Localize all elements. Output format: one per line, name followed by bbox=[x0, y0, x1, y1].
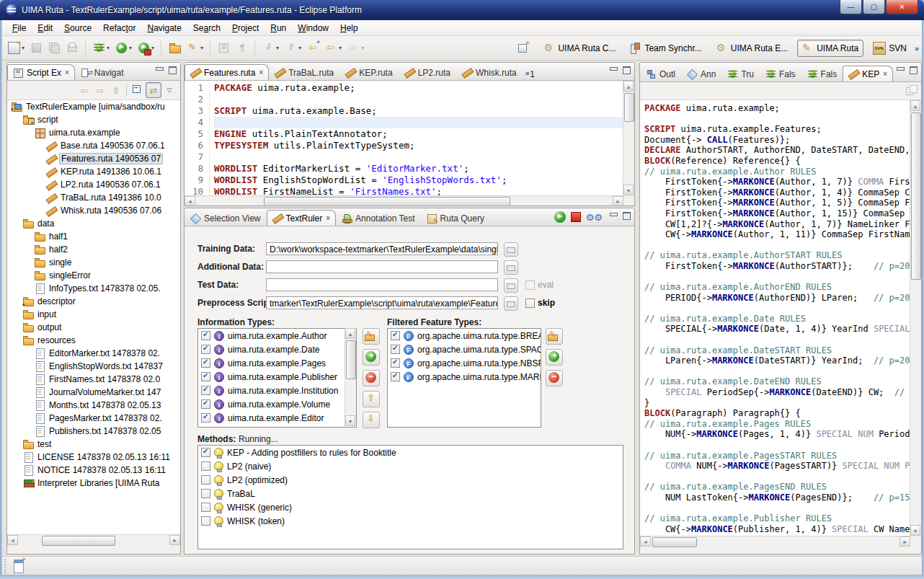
menu-refactor[interactable]: Refactor bbox=[97, 22, 141, 35]
move-down-button[interactable] bbox=[363, 412, 380, 428]
run-config-button[interactable]: ▾ bbox=[136, 40, 156, 56]
tree-item-infotypes-txt[interactable]: InfoTypes.txt 1478378 02.05. bbox=[7, 282, 180, 295]
scroll-up-icon[interactable]: ▴ bbox=[623, 81, 634, 92]
tab-fals[interactable]: Fals bbox=[760, 66, 801, 81]
scroll-thumb[interactable] bbox=[346, 340, 356, 379]
scroll-down-icon[interactable]: ▾ bbox=[910, 525, 920, 536]
tree-item-resources[interactable]: resources bbox=[7, 334, 180, 347]
kep-vscrollbar[interactable]: ▴ ▾ bbox=[910, 100, 921, 536]
menu-edit[interactable]: Edit bbox=[32, 22, 58, 35]
menu-project[interactable]: Project bbox=[226, 22, 265, 35]
tree-item-script[interactable]: *script bbox=[7, 113, 180, 126]
dropdown-arrow-icon[interactable]: ▾ bbox=[22, 45, 25, 51]
minimize-window-button[interactable]: — bbox=[840, 0, 862, 14]
tree-item-firstnames-txt[interactable]: FirstNames.txt 1478378 02.0 bbox=[7, 373, 180, 386]
dropdown-arrow-icon[interactable]: ▾ bbox=[339, 45, 342, 51]
scroll-left-icon[interactable]: ◂ bbox=[640, 536, 651, 547]
editor-tab-overflow[interactable]: » 1 bbox=[523, 68, 538, 80]
tree-item-output[interactable]: output bbox=[7, 321, 180, 334]
skip-checkbox[interactable] bbox=[525, 299, 535, 308]
minimize-icon[interactable] bbox=[154, 66, 164, 74]
browse-test-button[interactable] bbox=[504, 278, 518, 293]
back-button[interactable]: ▾ bbox=[323, 40, 344, 56]
edit-types-button[interactable] bbox=[363, 328, 380, 345]
list-item-uima-ruta-example-volume[interactable]: Iuima.ruta.example.Volume bbox=[198, 397, 356, 411]
scroll-right-icon[interactable]: ▸ bbox=[899, 536, 910, 547]
scroll-left-icon[interactable]: ◂ bbox=[185, 196, 195, 206]
perspective-svn[interactable]: SVN bbox=[868, 39, 912, 58]
list-item-uima-ruta-example-editor[interactable]: Iuima.ruta.example.Editor bbox=[198, 411, 356, 425]
tree-item-pagesmarker-txt[interactable]: PagesMarker.txt 1478378 02. bbox=[7, 412, 180, 425]
list-item-uima-ruta-example-pages[interactable]: Iuima.ruta.example.Pages bbox=[198, 356, 356, 370]
close-icon[interactable]: × bbox=[65, 68, 69, 76]
checkbox[interactable] bbox=[201, 413, 210, 423]
collapse-all-icon[interactable] bbox=[130, 82, 146, 98]
move-up-button[interactable] bbox=[363, 391, 380, 407]
tree-item-months-txt[interactable]: Months.txt 1478378 02.05.13 bbox=[7, 399, 180, 412]
maximize-icon[interactable] bbox=[621, 66, 631, 74]
settings-gears-icon[interactable]: ⚙⚙ bbox=[586, 212, 603, 223]
scroll-thumb[interactable] bbox=[911, 112, 921, 280]
information-types-list[interactable]: Iuima.ruta.example.AuthorIuima.ruta.exam… bbox=[197, 328, 357, 428]
tree-item-lp2-ruta[interactable]: LP2.ruta 1490536 07.06.1 bbox=[7, 178, 180, 191]
tree-item-uima-ruta-example[interactable]: uima.ruta.example bbox=[7, 126, 180, 139]
scroll-right-icon[interactable]: ▸ bbox=[169, 535, 180, 545]
tab-trabal-ruta[interactable]: TraBaL.ruta bbox=[269, 64, 339, 80]
editor-hscrollbar[interactable]: ◂ ▸ bbox=[185, 195, 623, 206]
checkbox[interactable] bbox=[201, 331, 210, 340]
tree-item-base-ruta[interactable]: Base.ruta 1490536 07.06.1 bbox=[7, 139, 180, 152]
highlighter-button[interactable]: ▾ bbox=[185, 40, 205, 56]
list-item-whisk-token[interactable]: WHISK (token) bbox=[198, 514, 623, 528]
dropdown-arrow-icon[interactable]: ▾ bbox=[298, 45, 301, 51]
test-data-input[interactable] bbox=[266, 278, 498, 291]
tab-lp2-ruta[interactable]: LP2.ruta bbox=[399, 64, 456, 80]
scroll-thumb[interactable] bbox=[42, 536, 115, 546]
list-item-uima-ruta-example-institution[interactable]: Iuima.ruta.example.Institution bbox=[198, 384, 356, 397]
additional-data-input[interactable] bbox=[266, 260, 498, 273]
tab-fals[interactable]: Fals bbox=[801, 66, 843, 81]
minimize-icon[interactable] bbox=[608, 66, 618, 74]
tab-annotation-test[interactable]: Annotation Test bbox=[336, 210, 421, 226]
browse-additional-button[interactable] bbox=[504, 260, 518, 275]
list-item-org-apache-uima-ruta-type-markup[interactable]: Forg.apache.uima.ruta.type.MARKUP bbox=[388, 370, 541, 384]
menu-window[interactable]: Window bbox=[292, 22, 334, 35]
tab-textruler[interactable]: TextRuler× bbox=[267, 210, 337, 226]
scroll-down-icon[interactable]: ▾ bbox=[623, 185, 634, 195]
menu-file[interactable]: File bbox=[6, 22, 32, 35]
perspective-uima-ruta[interactable]: UIMA Ruta bbox=[797, 40, 863, 57]
perspective-uima-ruta-c[interactable]: UIMA Ruta C... bbox=[538, 40, 621, 57]
info-list-vscrollbar[interactable]: ▴ ▾ bbox=[345, 328, 356, 426]
menu-search[interactable]: Search bbox=[187, 22, 226, 35]
add-type-button[interactable] bbox=[363, 349, 380, 366]
checkbox[interactable] bbox=[201, 372, 210, 381]
maximize-icon[interactable] bbox=[908, 66, 918, 74]
forward-icon[interactable] bbox=[92, 82, 108, 98]
tree-item-notice[interactable]: NOTICE 1478378 02.05.13 16:11 bbox=[7, 464, 180, 477]
checkbox[interactable] bbox=[201, 448, 210, 457]
scroll-thumb[interactable] bbox=[652, 537, 697, 547]
tree-item-license[interactable]: LICENSE 1478378 02.05.13 16:11 bbox=[7, 451, 180, 464]
scroll-left-icon[interactable]: ◂ bbox=[7, 535, 18, 545]
list-item-org-apache-uima-ruta-type-break[interactable]: Forg.apache.uima.ruta.type.BREAK bbox=[388, 329, 541, 342]
list-item-org-apache-uima-ruta-type-space[interactable]: Forg.apache.uima.ruta.type.SPACE bbox=[388, 342, 541, 356]
tree-item-half2[interactable]: half2 bbox=[7, 243, 180, 256]
checkbox[interactable] bbox=[201, 386, 210, 395]
remove-filtered-button[interactable] bbox=[546, 370, 563, 386]
tree-item-kep-ruta[interactable]: KEP.ruta 1491386 10.06.1 bbox=[7, 165, 180, 178]
last-edit-button[interactable] bbox=[305, 40, 321, 56]
new-wizard-button[interactable]: ▾ bbox=[6, 40, 27, 56]
tree-item-journalvolumemarker-txt[interactable]: JournalVolumeMarker.txt 147 bbox=[7, 386, 180, 399]
perspective-uima-ruta-e[interactable]: UIMA Ruta E... bbox=[711, 40, 793, 57]
list-item-org-apache-uima-ruta-type-nbsp[interactable]: Forg.apache.uima.ruta.type.NBSP bbox=[388, 356, 541, 370]
stop-learning-icon[interactable] bbox=[571, 212, 581, 222]
checkbox[interactable] bbox=[201, 461, 210, 471]
copy-icon[interactable] bbox=[905, 84, 917, 96]
list-item-lp2-optimized[interactable]: LP2 (optimized) bbox=[198, 473, 623, 487]
tab-navigat[interactable]: Navigat bbox=[75, 64, 130, 80]
checkbox[interactable] bbox=[201, 489, 210, 498]
tab-script-ex[interactable]: Script Ex× bbox=[7, 64, 75, 80]
scroll-up-icon[interactable]: ▴ bbox=[910, 100, 920, 111]
close-icon[interactable]: × bbox=[259, 68, 263, 76]
list-item-uima-ruta-example-date[interactable]: Iuima.ruta.example.Date bbox=[198, 342, 356, 356]
list-item-uima-ruta-example-publisher[interactable]: Iuima.ruta.example.Publisher bbox=[198, 370, 356, 384]
